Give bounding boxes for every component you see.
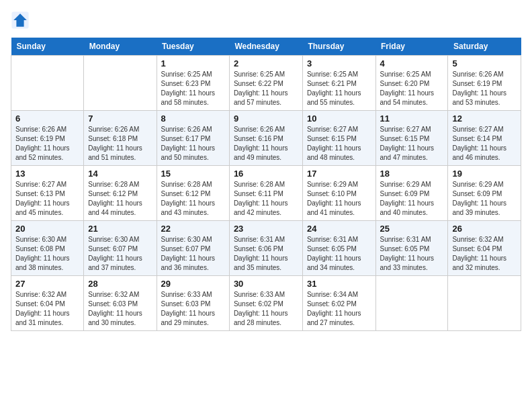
- day-number: 8: [161, 113, 225, 124]
- day-number: 11: [380, 113, 444, 124]
- day-number: 16: [234, 169, 298, 179]
- day-detail: Sunrise: 6:28 AM Sunset: 6:12 PM Dayligh…: [161, 180, 225, 218]
- day-number: 24: [307, 224, 371, 234]
- calendar-cell: 6Sunrise: 6:26 AM Sunset: 6:19 PM Daylig…: [11, 111, 84, 166]
- day-number: 2: [234, 58, 298, 68]
- calendar-cell: 26Sunrise: 6:32 AM Sunset: 6:04 PM Dayli…: [448, 221, 521, 276]
- day-detail: Sunrise: 6:31 AM Sunset: 6:05 PM Dayligh…: [307, 235, 371, 273]
- day-detail: Sunrise: 6:32 AM Sunset: 6:04 PM Dayligh…: [452, 235, 517, 273]
- day-detail: Sunrise: 6:27 AM Sunset: 6:14 PM Dayligh…: [452, 125, 517, 163]
- calendar-cell: 10Sunrise: 6:27 AM Sunset: 6:15 PM Dayli…: [302, 111, 375, 166]
- calendar-cell: 13Sunrise: 6:27 AM Sunset: 6:13 PM Dayli…: [11, 166, 84, 221]
- day-detail: Sunrise: 6:30 AM Sunset: 6:08 PM Dayligh…: [15, 235, 79, 273]
- day-number: 18: [380, 169, 444, 179]
- calendar-cell: 1Sunrise: 6:25 AM Sunset: 6:23 PM Daylig…: [157, 56, 229, 111]
- logo-icon: [11, 11, 30, 30]
- day-number: 9: [234, 113, 298, 124]
- calendar-header-friday: Friday: [375, 38, 448, 56]
- calendar-week-4: 20Sunrise: 6:30 AM Sunset: 6:08 PM Dayli…: [11, 221, 521, 276]
- calendar-cell: 12Sunrise: 6:27 AM Sunset: 6:14 PM Dayli…: [448, 111, 521, 166]
- calendar-cell: 19Sunrise: 6:29 AM Sunset: 6:09 PM Dayli…: [448, 166, 521, 221]
- calendar-cell: 11Sunrise: 6:27 AM Sunset: 6:15 PM Dayli…: [375, 111, 448, 166]
- calendar-week-2: 6Sunrise: 6:26 AM Sunset: 6:19 PM Daylig…: [11, 111, 521, 166]
- calendar-cell: [84, 56, 157, 111]
- calendar-cell: 14Sunrise: 6:28 AM Sunset: 6:12 PM Dayli…: [84, 166, 157, 221]
- calendar-cell: 23Sunrise: 6:31 AM Sunset: 6:06 PM Dayli…: [229, 221, 302, 276]
- day-number: 5: [452, 58, 517, 68]
- day-detail: Sunrise: 6:33 AM Sunset: 6:02 PM Dayligh…: [234, 290, 298, 328]
- day-detail: Sunrise: 6:25 AM Sunset: 6:20 PM Dayligh…: [380, 70, 444, 107]
- day-number: 28: [88, 279, 152, 289]
- calendar-cell: 22Sunrise: 6:30 AM Sunset: 6:07 PM Dayli…: [157, 221, 229, 276]
- day-number: 21: [88, 224, 152, 234]
- day-detail: Sunrise: 6:26 AM Sunset: 6:17 PM Dayligh…: [161, 125, 225, 163]
- day-number: 22: [161, 224, 225, 234]
- calendar-cell: 21Sunrise: 6:30 AM Sunset: 6:07 PM Dayli…: [84, 221, 157, 276]
- calendar-cell: 7Sunrise: 6:26 AM Sunset: 6:18 PM Daylig…: [84, 111, 157, 166]
- day-number: 23: [234, 224, 298, 234]
- day-number: 31: [307, 279, 371, 289]
- calendar-cell: 5Sunrise: 6:26 AM Sunset: 6:19 PM Daylig…: [448, 56, 521, 111]
- day-detail: Sunrise: 6:27 AM Sunset: 6:13 PM Dayligh…: [15, 180, 79, 218]
- calendar-cell: [448, 276, 521, 331]
- calendar-cell: 4Sunrise: 6:25 AM Sunset: 6:20 PM Daylig…: [375, 56, 448, 111]
- day-number: 3: [307, 58, 371, 68]
- calendar-week-3: 13Sunrise: 6:27 AM Sunset: 6:13 PM Dayli…: [11, 166, 521, 221]
- calendar-cell: 28Sunrise: 6:32 AM Sunset: 6:03 PM Dayli…: [84, 276, 157, 331]
- day-number: 6: [15, 113, 79, 124]
- day-number: 19: [452, 169, 517, 179]
- calendar-cell: 25Sunrise: 6:31 AM Sunset: 6:05 PM Dayli…: [375, 221, 448, 276]
- calendar-cell: [375, 276, 448, 331]
- logo: [11, 11, 32, 30]
- day-number: 25: [380, 224, 444, 234]
- day-number: 1: [161, 58, 225, 68]
- day-detail: Sunrise: 6:26 AM Sunset: 6:18 PM Dayligh…: [88, 125, 152, 163]
- day-detail: Sunrise: 6:30 AM Sunset: 6:07 PM Dayligh…: [88, 235, 152, 273]
- day-detail: Sunrise: 6:25 AM Sunset: 6:21 PM Dayligh…: [307, 70, 371, 107]
- day-number: 10: [307, 113, 371, 124]
- day-detail: Sunrise: 6:34 AM Sunset: 6:02 PM Dayligh…: [307, 290, 371, 328]
- day-detail: Sunrise: 6:26 AM Sunset: 6:16 PM Dayligh…: [234, 125, 298, 163]
- page-header: [11, 11, 521, 30]
- calendar-header-sunday: Sunday: [11, 38, 84, 56]
- calendar-cell: 16Sunrise: 6:28 AM Sunset: 6:11 PM Dayli…: [229, 166, 302, 221]
- calendar-cell: 15Sunrise: 6:28 AM Sunset: 6:12 PM Dayli…: [157, 166, 229, 221]
- calendar-week-1: 1Sunrise: 6:25 AM Sunset: 6:23 PM Daylig…: [11, 56, 521, 111]
- day-detail: Sunrise: 6:29 AM Sunset: 6:10 PM Dayligh…: [307, 180, 371, 218]
- calendar-header-monday: Monday: [84, 38, 157, 56]
- day-detail: Sunrise: 6:33 AM Sunset: 6:03 PM Dayligh…: [161, 290, 225, 328]
- day-number: 27: [15, 279, 79, 289]
- calendar-header-thursday: Thursday: [302, 38, 375, 56]
- day-number: 15: [161, 169, 225, 179]
- day-number: 12: [452, 113, 517, 124]
- calendar-cell: 17Sunrise: 6:29 AM Sunset: 6:10 PM Dayli…: [302, 166, 375, 221]
- day-number: 20: [15, 224, 79, 234]
- day-detail: Sunrise: 6:28 AM Sunset: 6:11 PM Dayligh…: [234, 180, 298, 218]
- day-number: 13: [15, 169, 79, 179]
- calendar-cell: 2Sunrise: 6:25 AM Sunset: 6:22 PM Daylig…: [229, 56, 302, 111]
- day-detail: Sunrise: 6:25 AM Sunset: 6:23 PM Dayligh…: [161, 70, 225, 107]
- day-detail: Sunrise: 6:31 AM Sunset: 6:06 PM Dayligh…: [234, 235, 298, 273]
- calendar-cell: 30Sunrise: 6:33 AM Sunset: 6:02 PM Dayli…: [229, 276, 302, 331]
- calendar-table: SundayMondayTuesdayWednesdayThursdayFrid…: [11, 38, 521, 331]
- day-number: 7: [88, 113, 152, 124]
- day-detail: Sunrise: 6:32 AM Sunset: 6:04 PM Dayligh…: [15, 290, 79, 328]
- day-detail: Sunrise: 6:29 AM Sunset: 6:09 PM Dayligh…: [380, 180, 444, 218]
- day-number: 29: [161, 279, 225, 289]
- calendar-header-wednesday: Wednesday: [229, 38, 302, 56]
- calendar-header-tuesday: Tuesday: [157, 38, 229, 56]
- day-detail: Sunrise: 6:28 AM Sunset: 6:12 PM Dayligh…: [88, 180, 152, 218]
- day-number: 14: [88, 169, 152, 179]
- day-detail: Sunrise: 6:26 AM Sunset: 6:19 PM Dayligh…: [452, 70, 517, 107]
- day-detail: Sunrise: 6:25 AM Sunset: 6:22 PM Dayligh…: [234, 70, 298, 107]
- day-detail: Sunrise: 6:32 AM Sunset: 6:03 PM Dayligh…: [88, 290, 152, 328]
- calendar-header-saturday: Saturday: [448, 38, 521, 56]
- calendar-week-5: 27Sunrise: 6:32 AM Sunset: 6:04 PM Dayli…: [11, 276, 521, 331]
- calendar-cell: 20Sunrise: 6:30 AM Sunset: 6:08 PM Dayli…: [11, 221, 84, 276]
- day-number: 26: [452, 224, 517, 234]
- calendar-cell: 8Sunrise: 6:26 AM Sunset: 6:17 PM Daylig…: [157, 111, 229, 166]
- day-detail: Sunrise: 6:31 AM Sunset: 6:05 PM Dayligh…: [380, 235, 444, 273]
- day-detail: Sunrise: 6:30 AM Sunset: 6:07 PM Dayligh…: [161, 235, 225, 273]
- day-number: 17: [307, 169, 371, 179]
- calendar-cell: 29Sunrise: 6:33 AM Sunset: 6:03 PM Dayli…: [157, 276, 229, 331]
